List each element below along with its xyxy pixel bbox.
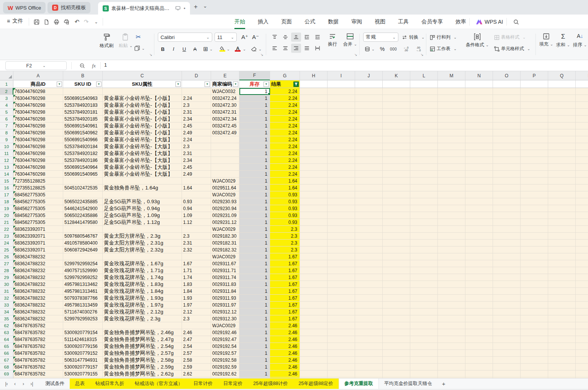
menu-view[interactable]: 视图 <box>375 15 385 29</box>
cell-B25[interactable]: 5060872942649 <box>63 246 103 253</box>
cell-B20[interactable]: 5065022435886 <box>63 212 103 219</box>
cell-J11[interactable] <box>355 150 383 157</box>
cell-Q8[interactable] <box>548 129 576 136</box>
bold-button[interactable]: B <box>158 44 168 54</box>
cell-P32[interactable] <box>521 295 548 302</box>
cell-Q33[interactable] <box>548 302 576 308</box>
search-icon[interactable] <box>512 18 520 26</box>
cell-G17[interactable]: 0.93 <box>270 191 300 198</box>
cell-J69[interactable] <box>355 370 383 377</box>
cell-C30[interactable]: 黄金玫瑰花牌吊坠，1.83g <box>103 281 182 288</box>
cell-O30[interactable] <box>493 281 521 288</box>
cell-H12[interactable] <box>300 157 328 164</box>
cell-I33[interactable] <box>328 302 355 308</box>
cell-D21[interactable]: 1.12 <box>182 219 211 226</box>
sheet-tab-daily-price[interactable]: 日常定价 <box>218 379 248 389</box>
cell-N20[interactable] <box>465 212 493 219</box>
cell-O23[interactable] <box>493 233 521 240</box>
cell-R7[interactable] <box>576 122 588 129</box>
cell-J13[interactable] <box>355 164 383 171</box>
number-group-expander[interactable]: ↘ <box>421 53 424 57</box>
cell-A68[interactable]: 684787635782 <box>13 364 63 370</box>
cell-J68[interactable] <box>355 364 383 370</box>
cell-K62[interactable] <box>383 322 410 329</box>
cell-K29[interactable] <box>383 274 410 281</box>
cell-I19[interactable] <box>328 205 355 212</box>
name-box[interactable]: F2 ⌄ <box>5 61 67 70</box>
cell-L27[interactable] <box>410 260 438 267</box>
cell-B11[interactable]: 5253784920182 <box>63 150 103 157</box>
redo-icon[interactable]: ↷ <box>82 18 90 26</box>
cell-M8[interactable] <box>438 129 465 136</box>
cell-L5[interactable] <box>410 109 438 116</box>
cell-G29[interactable]: 1.67 <box>270 274 300 281</box>
cell-I8[interactable] <box>328 129 355 136</box>
cell-H25[interactable] <box>300 246 328 253</box>
cell-E18[interactable]: 0029230.93 <box>211 198 239 205</box>
cell-D19[interactable]: 0.94 <box>182 205 211 212</box>
cell-F67[interactable]: 1 <box>239 357 270 364</box>
cell-L26[interactable] <box>410 253 438 260</box>
cell-O66[interactable] <box>493 350 521 357</box>
cell-B3[interactable]: 5506991540963 <box>63 95 103 102</box>
cell-Q28[interactable] <box>548 267 576 274</box>
cell-E34[interactable]: 0029312.12 <box>211 308 239 315</box>
cell-H9[interactable] <box>300 136 328 143</box>
cell-C17[interactable] <box>103 191 182 198</box>
cell-K67[interactable] <box>383 357 410 364</box>
cell-J19[interactable] <box>355 205 383 212</box>
cell-C21[interactable]: 足金5G葫芦吊坠，1.12g <box>103 219 182 226</box>
cell-I26[interactable] <box>328 253 355 260</box>
cell-J33[interactable] <box>355 302 383 308</box>
cell-R32[interactable] <box>576 295 588 302</box>
cell-K9[interactable] <box>383 136 410 143</box>
cell-N25[interactable] <box>465 246 493 253</box>
cell-D18[interactable]: 0.93 <box>182 198 211 205</box>
cell-M32[interactable] <box>438 295 465 302</box>
cell-I31[interactable] <box>328 288 355 295</box>
cell-C15[interactable] <box>103 178 182 184</box>
cell-N30[interactable] <box>465 281 493 288</box>
print-icon[interactable] <box>52 18 61 26</box>
cell-C66[interactable]: 黄金独角兽捕梦网吊坠，2.57g <box>103 350 182 357</box>
cell-H17[interactable] <box>300 191 328 198</box>
cell-P19[interactable] <box>521 205 548 212</box>
cell-H34[interactable] <box>300 308 328 315</box>
cell-E3[interactable]: 0032472.24 <box>211 95 239 102</box>
cell-G11[interactable]: 2.24 <box>270 150 300 157</box>
cell-G2[interactable]: 2.24 <box>270 88 300 95</box>
cell-L69[interactable] <box>410 370 438 377</box>
row-number-31[interactable]: 31 <box>0 288 13 295</box>
thousands-separator-button[interactable]: 000 <box>388 44 399 54</box>
worksheet-button[interactable]: 工作表 ⌄ <box>430 46 457 52</box>
cell-L2[interactable] <box>410 88 438 95</box>
cell-O16[interactable] <box>493 184 521 191</box>
cell-P5[interactable] <box>521 109 548 116</box>
cell-Q21[interactable] <box>548 219 576 226</box>
cell-N7[interactable] <box>465 122 493 129</box>
cell-K10[interactable] <box>383 143 410 150</box>
cell-F33[interactable]: 1 <box>239 302 270 308</box>
cell-M29[interactable] <box>438 274 465 281</box>
cell-O7[interactable] <box>493 122 521 129</box>
cell-O18[interactable] <box>493 198 521 205</box>
cell-C35[interactable]: 黄金玫瑰花牌吊坠，2.3g <box>103 315 182 322</box>
cell-R10[interactable] <box>576 143 588 150</box>
row-number-1[interactable]: 1 <box>0 80 13 88</box>
cell-C11[interactable]: 黄金暴富小金砖吊坠-【大版】 <box>103 150 182 157</box>
cell-B30[interactable]: 4957981313462 <box>63 281 103 288</box>
cell-K18[interactable] <box>383 198 410 205</box>
cell-R6[interactable] <box>576 116 588 122</box>
cell-P10[interactable] <box>521 143 548 150</box>
cell-A23[interactable]: 683623392071 <box>13 233 63 240</box>
cell-B65[interactable]: 5300920779156 <box>63 343 103 350</box>
cell-I2[interactable] <box>328 88 355 95</box>
rows-columns-button[interactable]: 行和列 ⌄ <box>430 34 457 41</box>
cell-K23[interactable] <box>383 233 410 240</box>
cell-G12[interactable]: 2.24 <box>270 157 300 164</box>
cell-H28[interactable] <box>300 267 328 274</box>
cell-M67[interactable] <box>438 357 465 364</box>
italic-button[interactable]: I <box>169 44 179 54</box>
cell-A33[interactable]: 683624788232 <box>13 302 63 308</box>
cell-G65[interactable]: 2.46 <box>270 343 300 350</box>
